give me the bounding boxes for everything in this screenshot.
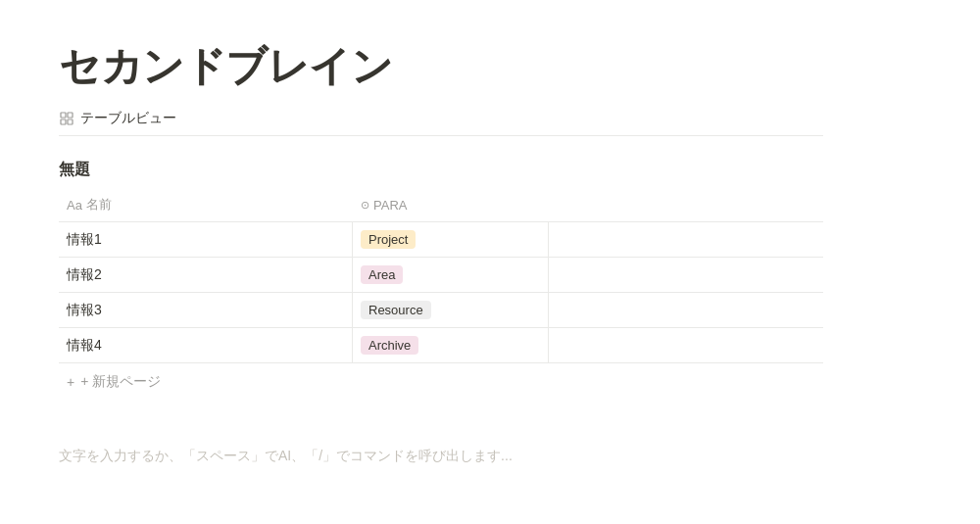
hint-text: 文字を入力するか、「スペース」でAI、「/」でコマンドを呼び出します...: [59, 448, 823, 465]
section-title: 無題: [59, 160, 823, 180]
table-row[interactable]: 情報2 Area: [59, 258, 823, 293]
cell-name: 情報1: [59, 222, 353, 257]
table-view-bar[interactable]: テーブルビュー: [59, 110, 823, 136]
cell-name: 情報2: [59, 258, 353, 292]
table-body: 情報1 Project 情報2 Area 情報3 Resource 情報4 Ar…: [59, 222, 823, 363]
tag-resource: Resource: [361, 301, 431, 319]
cell-name: 情報3: [59, 293, 353, 327]
cell-extra: [549, 222, 823, 257]
tag-area: Area: [361, 265, 403, 284]
cell-para: Resource: [353, 293, 549, 327]
cell-para: Archive: [353, 328, 549, 362]
table-view-icon: [59, 111, 74, 126]
col-header-name: Aa 名前: [59, 192, 353, 217]
tag-archive: Archive: [361, 336, 418, 355]
tag-project: Project: [361, 230, 416, 249]
cell-para: Area: [353, 258, 549, 292]
name-header-label: 名前: [86, 196, 112, 214]
table-header: Aa 名前 ⊙ PARA: [59, 188, 823, 222]
cell-name: 情報4: [59, 328, 353, 362]
page-title: セカンドブレイン: [59, 39, 823, 94]
svg-rect-2: [61, 119, 66, 124]
svg-rect-0: [61, 113, 66, 118]
add-row-label: + 新規ページ: [80, 373, 161, 391]
cell-extra: [549, 328, 823, 362]
add-row-button[interactable]: + + 新規ページ: [59, 365, 823, 399]
col-header-extra: [549, 192, 823, 217]
table-row[interactable]: 情報3 Resource: [59, 293, 823, 328]
para-header-label: PARA: [373, 198, 407, 213]
svg-rect-1: [68, 113, 73, 118]
svg-rect-3: [68, 119, 73, 124]
col-header-para: ⊙ PARA: [353, 192, 549, 217]
table-view-label-text: テーブルビュー: [80, 110, 176, 127]
name-prefix: Aa: [67, 198, 82, 213]
para-icon: ⊙: [361, 199, 369, 212]
add-icon: +: [67, 374, 74, 390]
cell-extra: [549, 293, 823, 327]
table-row[interactable]: 情報1 Project: [59, 222, 823, 258]
cell-extra: [549, 258, 823, 292]
table-row[interactable]: 情報4 Archive: [59, 328, 823, 363]
cell-para: Project: [353, 222, 549, 257]
